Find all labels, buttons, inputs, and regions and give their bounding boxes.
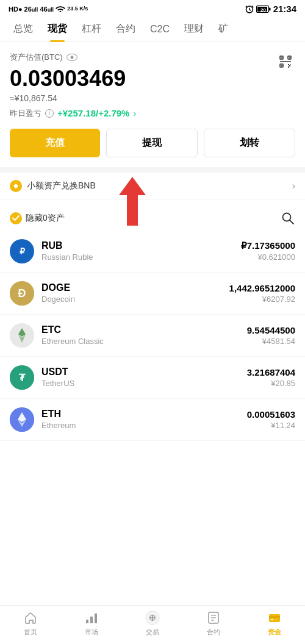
tab-spot[interactable]: 现货 — [40, 16, 74, 41]
usdt-info: USDT TetherUS — [41, 367, 247, 388]
tab-finance[interactable]: 理财 — [177, 16, 211, 41]
eth-crypto-amount: 0.00051603 — [247, 409, 295, 420]
svg-rect-36 — [269, 616, 280, 618]
tab-c2c[interactable]: C2C — [143, 18, 177, 41]
tab-mining[interactable]: 矿 — [211, 16, 235, 41]
rub-name: Russian Ruble — [41, 252, 241, 262]
bnb-banner-left: ◆ 小额资产兑换BNB — [10, 180, 96, 192]
rub-fiat-amount: ¥0.621000 — [241, 252, 295, 262]
svg-line-13 — [290, 220, 293, 224]
etc-crypto-amount: 9.54544500 — [247, 325, 295, 335]
network-status: HD● 26ull 46ull — [9, 5, 54, 13]
contract-icon — [206, 610, 221, 625]
search-button[interactable] — [281, 211, 295, 226]
tab-margin[interactable]: 杠杆 — [74, 16, 109, 41]
rub-info: RUB Russian Ruble — [41, 240, 241, 262]
rub-symbol-icon: ₽ — [15, 244, 29, 259]
svg-rect-28 — [95, 614, 97, 623]
bnb-banner[interactable]: ◆ 小额资产兑换BNB › — [0, 172, 305, 200]
btc-amount: 0.03003469 — [10, 66, 126, 91]
usdt-amounts: 3.21687404 ¥20.85 — [247, 367, 295, 388]
scan-button[interactable] — [276, 52, 295, 71]
asset-row-rub[interactable]: ₽ RUB Russian Ruble ₽7.17365000 ¥0.62100… — [0, 231, 305, 273]
doge-icon: Ð — [10, 281, 34, 306]
nav-funds[interactable]: 资金 — [259, 610, 290, 637]
svg-text:20: 20 — [260, 7, 266, 13]
check-icon — [12, 215, 20, 221]
svg-rect-10 — [281, 65, 282, 66]
nav-contract[interactable]: 合约 — [198, 610, 229, 637]
eth-fiat-amount: ¥11.24 — [247, 421, 295, 430]
svg-text:₽: ₽ — [20, 246, 25, 256]
pnl-chevron-icon[interactable]: › — [133, 109, 136, 118]
svg-rect-35 — [269, 614, 280, 622]
eth-amounts: 0.00051603 ¥11.24 — [247, 409, 295, 430]
doge-info: DOGE Dogecoin — [41, 282, 229, 304]
nav-market-label: 市场 — [85, 628, 98, 637]
asset-list-header: 隐藏0资产 — [0, 206, 305, 231]
eth-symbol-icon — [10, 407, 34, 432]
usdt-symbol: USDT — [41, 367, 247, 377]
info-icon[interactable]: i — [45, 109, 54, 118]
asset-row-etc[interactable]: ETC Ethereum Classic 9.54544500 ¥4581.54 — [0, 315, 305, 357]
rub-amounts: ₽7.17365000 ¥0.621000 — [241, 240, 295, 262]
doge-symbol: DOGE — [41, 282, 229, 293]
eth-symbol: ETH — [41, 409, 247, 420]
status-left: HD● 26ull 46ull 23.5 K/s — [9, 5, 88, 13]
hide-assets-label: 隐藏0资产 — [26, 213, 65, 224]
eye-icon[interactable] — [66, 54, 77, 61]
bnb-icon: ◆ — [10, 180, 22, 192]
pnl-label: 昨日盈亏 — [10, 108, 41, 119]
usdt-crypto-amount: 3.21687404 — [247, 367, 295, 377]
transfer-button[interactable]: 划转 — [204, 129, 295, 157]
eth-icon — [10, 407, 34, 432]
funds-icon — [267, 610, 282, 625]
etc-amounts: 9.54544500 ¥4581.54 — [247, 325, 295, 346]
speed: 23.5 K/s — [67, 6, 88, 12]
fiat-amount: ≈¥10,867.54 — [10, 93, 126, 103]
doge-name: Dogecoin — [41, 295, 229, 304]
doge-crypto-amount: 1,442.96512000 — [229, 283, 295, 293]
market-icon — [84, 610, 99, 625]
main-content: 资产估值(BTC) 0.03003469 ≈¥10,867.54 — [0, 42, 305, 490]
divider-1 — [0, 167, 305, 172]
rub-crypto-amount: ₽7.17365000 — [241, 240, 295, 251]
etc-icon — [10, 323, 34, 348]
etc-info: ETC Ethereum Classic — [41, 324, 247, 346]
nav-home[interactable]: 首页 — [15, 610, 46, 637]
asset-header-row: 资产估值(BTC) 0.03003469 ≈¥10,867.54 — [10, 52, 295, 103]
alarm-icon — [245, 5, 254, 13]
svg-rect-26 — [86, 620, 88, 623]
pnl-value: +¥257.18/+2.79% — [57, 108, 129, 118]
svg-text:₮: ₮ — [19, 373, 26, 383]
time: 21:34 — [273, 4, 296, 14]
svg-text:Ð: Ð — [18, 287, 26, 299]
tab-overview[interactable]: 总览 — [6, 16, 40, 41]
home-icon — [23, 610, 38, 625]
trade-icon — [145, 610, 160, 625]
nav-contract-label: 合约 — [207, 628, 220, 637]
doge-fiat-amount: ¥6207.92 — [229, 295, 295, 304]
asset-row-doge[interactable]: Ð DOGE Dogecoin 1,442.96512000 ¥6207.92 — [0, 273, 305, 315]
deposit-button[interactable]: 充值 — [10, 129, 100, 157]
asset-row-eth[interactable]: ETH Ethereum 0.00051603 ¥11.24 — [0, 399, 305, 441]
svg-rect-37 — [271, 619, 273, 620]
rub-icon: ₽ — [10, 239, 34, 263]
nav-market[interactable]: 市场 — [76, 610, 107, 637]
etc-symbol-icon — [10, 323, 34, 348]
eth-info: ETH Ethereum — [41, 409, 247, 430]
withdraw-button[interactable]: 提现 — [106, 129, 198, 157]
rub-symbol: RUB — [41, 240, 241, 251]
svg-rect-9 — [289, 57, 290, 59]
doge-amounts: 1,442.96512000 ¥6207.92 — [229, 283, 295, 304]
nav-trade-label: 交易 — [146, 628, 159, 637]
svg-rect-27 — [90, 617, 93, 623]
hide-assets-toggle[interactable]: 隐藏0资产 — [10, 212, 65, 224]
nav-funds-label: 资金 — [268, 628, 281, 637]
asset-row-usdt[interactable]: ₮ USDT TetherUS 3.21687404 ¥20.85 — [0, 357, 305, 399]
eth-name: Ethereum — [41, 421, 247, 430]
tab-futures[interactable]: 合约 — [109, 16, 143, 41]
action-buttons: 充值 提现 划转 — [10, 129, 295, 157]
bottom-nav: 首页 市场 交易 — [0, 605, 305, 644]
nav-trade[interactable]: 交易 — [137, 610, 168, 637]
